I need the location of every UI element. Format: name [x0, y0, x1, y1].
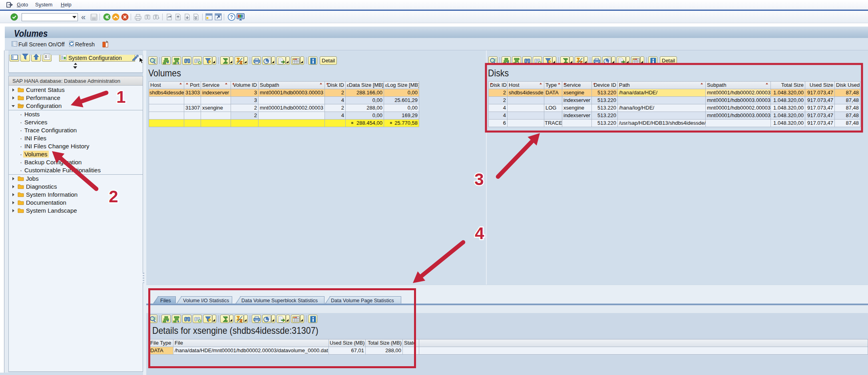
svg-text:?: ?: [230, 14, 233, 20]
